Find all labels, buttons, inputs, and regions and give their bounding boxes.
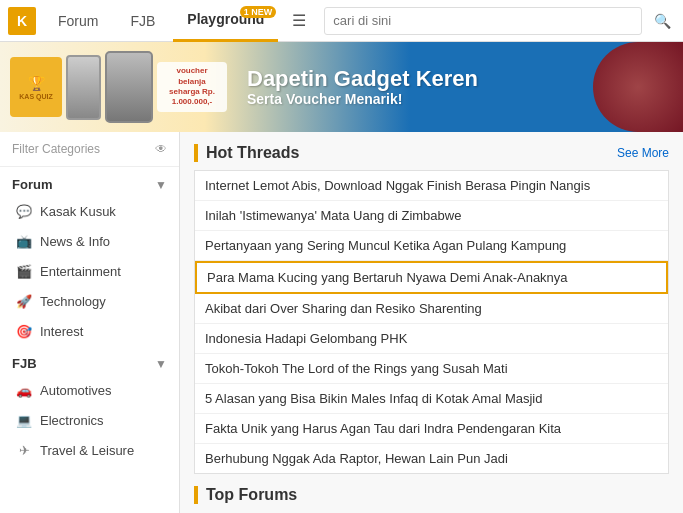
banner: 🏆 KAS QUIZ voucher belanja seharga Rp. 1… (0, 42, 683, 132)
thread-item-highlighted[interactable]: Para Mama Kucing yang Bertaruh Nyawa Dem… (195, 261, 668, 294)
sidebar-item-kasak-kusuk[interactable]: 💬 Kasak Kusuk (0, 196, 179, 226)
electronics-icon: 💻 (16, 412, 32, 428)
sidebar-item-travel-leisure[interactable]: ✈ Travel & Leisure (0, 435, 179, 465)
thread-item[interactable]: Akibat dari Over Sharing dan Resiko Shar… (195, 294, 668, 324)
thread-item[interactable]: Berhubung Nggak Ada Raptor, Hewan Lain P… (195, 444, 668, 473)
search-bar (324, 7, 642, 35)
banner-headline: Dapetin Gadget Keren (247, 67, 478, 91)
banner-left: 🏆 KAS QUIZ voucher belanja seharga Rp. 1… (0, 51, 237, 123)
travel-icon: ✈ (16, 442, 32, 458)
hot-threads-header: Hot Threads See More (194, 144, 669, 162)
search-button[interactable]: 🔍 (650, 13, 675, 29)
phone-image-small (66, 55, 101, 120)
interest-icon: 🎯 (16, 323, 32, 339)
thread-item[interactable]: 5 Alasan yang Bisa Bikin Males Infaq di … (195, 384, 668, 414)
sidebar-section-forum[interactable]: Forum ▼ (0, 167, 179, 196)
fjb-chevron-icon: ▼ (155, 357, 167, 371)
news-info-icon: 📺 (16, 233, 32, 249)
thread-item[interactable]: Fakta Unik yang Harus Agan Tau dari Indr… (195, 414, 668, 444)
sidebar-item-automotives[interactable]: 🚗 Automotives (0, 375, 179, 405)
thread-item[interactable]: Indonesia Hadapi Gelombang PHK (195, 324, 668, 354)
sidebar-item-interest[interactable]: 🎯 Interest (0, 316, 179, 346)
sidebar-item-technology[interactable]: 🚀 Technology (0, 286, 179, 316)
nav-playground[interactable]: Playground 1 NEW (173, 0, 278, 42)
automotives-icon: 🚗 (16, 382, 32, 398)
sidebar-item-electronics[interactable]: 💻 Electronics (0, 405, 179, 435)
top-forums-title: Top Forums (194, 486, 297, 504)
filter-label: Filter Categories (12, 142, 100, 156)
phone-image-large (105, 51, 153, 123)
forum-chevron-icon: ▼ (155, 178, 167, 192)
eye-icon[interactable]: 👁 (155, 142, 167, 156)
sidebar-item-news-info[interactable]: 📺 News & Info (0, 226, 179, 256)
sidebar: Filter Categories 👁 Forum ▼ 💬 Kasak Kusu… (0, 132, 180, 513)
thread-item[interactable]: Pertanyaan yang Sering Muncul Ketika Aga… (195, 231, 668, 261)
entertainment-icon: 🎬 (16, 263, 32, 279)
hot-threads-list: Internet Lemot Abis, Download Nggak Fini… (194, 170, 669, 474)
sidebar-section-fjb[interactable]: FJB ▼ (0, 346, 179, 375)
header: K Forum FJB Playground 1 NEW ☰ 🔍 (0, 0, 683, 42)
voucher-box: voucher belanja seharga Rp. 1.000.000,- (157, 62, 227, 112)
nav-forum[interactable]: Forum (44, 0, 112, 42)
nav-fjb[interactable]: FJB (116, 0, 169, 42)
banner-subline: Serta Voucher Menarik! (247, 91, 478, 107)
banner-text: Dapetin Gadget Keren Serta Voucher Menar… (237, 67, 478, 107)
hot-threads-title: Hot Threads (194, 144, 299, 162)
thread-item[interactable]: Internet Lemot Abis, Download Nggak Fini… (195, 171, 668, 201)
top-forums-header: Top Forums (194, 486, 669, 504)
hamburger-menu[interactable]: ☰ (282, 0, 316, 42)
content-area: Hot Threads See More Internet Lemot Abis… (180, 132, 683, 513)
see-more-button[interactable]: See More (617, 146, 669, 160)
technology-icon: 🚀 (16, 293, 32, 309)
kasak-kusuk-icon: 💬 (16, 203, 32, 219)
thread-item[interactable]: Tokoh-Tokoh The Lord of the Rings yang S… (195, 354, 668, 384)
filter-header: Filter Categories 👁 (0, 132, 179, 167)
sidebar-item-entertainment[interactable]: 🎬 Entertainment (0, 256, 179, 286)
main-layout: Filter Categories 👁 Forum ▼ 💬 Kasak Kusu… (0, 132, 683, 513)
new-badge: 1 NEW (240, 6, 277, 18)
banner-decoration (593, 42, 683, 132)
kas-quiz-logo: 🏆 KAS QUIZ (10, 57, 62, 117)
thread-item[interactable]: Inilah 'Istimewanya' Mata Uang di Zimbab… (195, 201, 668, 231)
logo[interactable]: K (8, 7, 36, 35)
search-input[interactable] (333, 13, 633, 28)
